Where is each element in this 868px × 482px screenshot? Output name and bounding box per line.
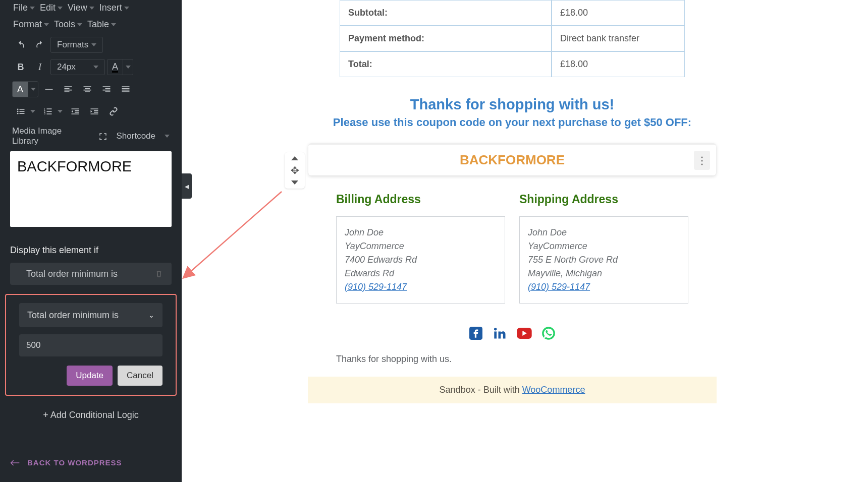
footer-text: Thanks for shopping with us. bbox=[308, 354, 717, 365]
whatsapp-icon[interactable] bbox=[541, 327, 556, 340]
svg-text:3: 3 bbox=[44, 112, 45, 115]
svg-point-5 bbox=[17, 113, 19, 114]
reorder-control: ✥ bbox=[285, 152, 305, 189]
text-color-button[interactable]: A bbox=[107, 59, 133, 75]
social-icons bbox=[308, 327, 717, 340]
align-center-button[interactable] bbox=[79, 81, 96, 98]
menu-format-label: Format bbox=[13, 19, 42, 30]
addr-name: John Doe bbox=[345, 226, 497, 239]
menu-insert[interactable]: Insert bbox=[98, 1, 130, 15]
cancel-button[interactable]: Cancel bbox=[118, 366, 162, 386]
fontsize-dropdown[interactable]: 24px bbox=[50, 59, 105, 75]
addr-phone[interactable]: (910) 529-1147 bbox=[345, 282, 407, 292]
bg-color-button[interactable]: A bbox=[12, 81, 38, 97]
menu-file[interactable]: File bbox=[12, 1, 36, 15]
svg-rect-10 bbox=[47, 111, 52, 112]
collapse-sidebar-button[interactable]: ◂ bbox=[182, 173, 192, 199]
formats-label: Formats bbox=[57, 40, 88, 50]
menu-insert-label: Insert bbox=[99, 3, 122, 13]
editor-menubar: File Edit View Insert bbox=[0, 0, 182, 18]
addr-line1: 7400 Edwards Rd bbox=[345, 253, 497, 267]
drag-handle[interactable]: ✥ bbox=[291, 164, 299, 176]
menu-table[interactable]: Table bbox=[86, 18, 117, 31]
outdent-button[interactable] bbox=[67, 103, 84, 120]
cell-label: Total: bbox=[340, 51, 552, 77]
formats-dropdown[interactable]: Formats bbox=[50, 37, 103, 53]
hr-button[interactable] bbox=[40, 81, 58, 98]
sandbox-link[interactable]: WooCommerce bbox=[522, 385, 585, 395]
indent-button[interactable] bbox=[86, 103, 103, 120]
menu-view[interactable]: View bbox=[67, 1, 95, 15]
menu-format[interactable]: Format bbox=[12, 18, 50, 31]
chevron-down-icon bbox=[165, 135, 170, 138]
condition-summary-label: Total order minimum is bbox=[26, 269, 118, 279]
undo-button[interactable] bbox=[12, 36, 29, 53]
shipping-heading: Shipping Address bbox=[519, 193, 688, 206]
thanks-subtitle: Please use this coupon code on your next… bbox=[308, 116, 717, 129]
menu-table-label: Table bbox=[87, 19, 109, 30]
order-summary-table: Subtotal: £18.00 Payment method: Direct … bbox=[340, 0, 685, 77]
update-button[interactable]: Update bbox=[67, 366, 113, 386]
billing-heading: Billing Address bbox=[336, 193, 505, 206]
move-up-button[interactable] bbox=[291, 156, 298, 160]
editor-menubar-2: Format Tools Table bbox=[0, 18, 182, 34]
editor-toolbar-1: Formats bbox=[0, 34, 182, 56]
addr-name: John Doe bbox=[528, 226, 680, 239]
menu-edit[interactable]: Edit bbox=[39, 1, 64, 15]
align-left-button[interactable] bbox=[60, 81, 77, 98]
shipping-column: Shipping Address John Doe YayCommerce 75… bbox=[519, 193, 688, 304]
media-library-button[interactable]: Media Image Library bbox=[12, 126, 89, 146]
cell-label: Subtotal: bbox=[340, 0, 552, 26]
addr-line2: Edwards Rd bbox=[345, 267, 497, 280]
italic-button[interactable]: I bbox=[31, 58, 48, 76]
addr-phone[interactable]: (910) 529-1147 bbox=[528, 282, 590, 292]
annotation-arrow bbox=[181, 187, 292, 282]
back-to-wordpress-link[interactable]: BACK TO WORDPRESS bbox=[0, 448, 182, 482]
shipping-address: John Doe YayCommerce 755 E North Grove R… bbox=[519, 216, 688, 304]
menu-view-label: View bbox=[68, 3, 87, 13]
facebook-icon[interactable] bbox=[468, 327, 483, 340]
shortcode-button[interactable]: Shortcode bbox=[117, 131, 156, 141]
link-button[interactable] bbox=[105, 103, 122, 120]
menu-tools[interactable]: Tools bbox=[53, 18, 83, 31]
redo-button[interactable] bbox=[31, 36, 48, 53]
move-down-button[interactable] bbox=[291, 180, 298, 185]
linkedin-icon[interactable] bbox=[493, 327, 508, 340]
condition-summary[interactable]: Total order minimum is bbox=[10, 263, 172, 285]
condition-type-dropdown[interactable]: Total order minimum is ⌄ bbox=[19, 303, 162, 327]
text-color-swatch: A bbox=[107, 59, 123, 75]
svg-line-13 bbox=[190, 192, 282, 272]
add-conditional-logic-button[interactable]: + Add Conditional Logic bbox=[10, 396, 172, 426]
sandbox-prefix: Sandbox - Built with bbox=[440, 385, 522, 395]
number-list-button[interactable]: 123 bbox=[39, 103, 57, 120]
coupon-banner[interactable]: BACKFORMORE ⋮ bbox=[308, 143, 716, 175]
address-row: Billing Address John Doe YayCommerce 740… bbox=[308, 193, 717, 304]
bullet-list-button[interactable] bbox=[12, 103, 29, 120]
chevron-down-icon: ⌄ bbox=[148, 311, 154, 319]
condition-type-label: Total order minimum is bbox=[27, 310, 119, 321]
chevron-down-icon[interactable] bbox=[30, 110, 35, 113]
svg-rect-8 bbox=[47, 108, 52, 109]
cell-value: £18.00 bbox=[552, 51, 685, 77]
chevron-down-icon[interactable] bbox=[58, 110, 63, 113]
menu-file-label: File bbox=[13, 3, 28, 13]
menu-tools-label: Tools bbox=[54, 19, 75, 30]
trash-icon[interactable] bbox=[154, 269, 164, 279]
align-right-button[interactable] bbox=[98, 81, 115, 98]
element-actions-button[interactable]: ⋮ bbox=[694, 151, 710, 170]
table-row: Payment method: Direct bank transfer bbox=[340, 26, 685, 51]
bold-button[interactable]: B bbox=[12, 58, 29, 76]
svg-point-1 bbox=[17, 108, 19, 110]
chevron-down-icon bbox=[58, 7, 63, 10]
condition-value-input[interactable] bbox=[19, 334, 162, 356]
svg-rect-2 bbox=[20, 109, 25, 110]
bg-color-swatch: A bbox=[13, 82, 28, 97]
table-row: Total: £18.00 bbox=[340, 51, 685, 77]
youtube-icon[interactable] bbox=[517, 327, 532, 340]
condition-actions: Update Cancel bbox=[19, 366, 162, 386]
chevron-down-icon bbox=[89, 7, 94, 10]
text-editor[interactable]: BACKFORMORE bbox=[10, 151, 172, 227]
email-preview: Subtotal: £18.00 Payment method: Direct … bbox=[308, 0, 717, 403]
align-justify-button[interactable] bbox=[117, 81, 134, 98]
fullscreen-button[interactable] bbox=[98, 131, 107, 141]
